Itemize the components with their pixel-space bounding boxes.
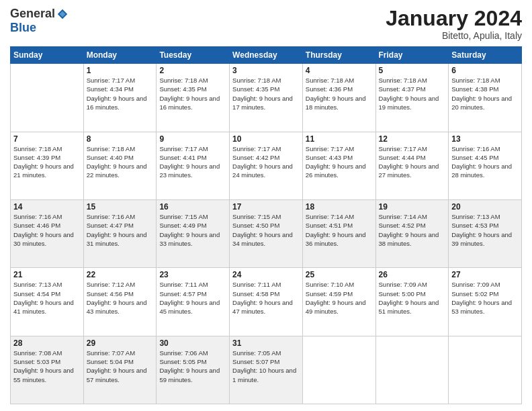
table-row — [449, 336, 522, 404]
table-row: 16Sunrise: 7:15 AMSunset: 4:49 PMDayligh… — [157, 199, 230, 267]
day-info: Sunrise: 7:17 AMSunset: 4:42 PMDaylight:… — [232, 144, 300, 180]
day-number: 22 — [87, 270, 154, 279]
day-info: Sunrise: 7:16 AMSunset: 4:45 PMDaylight:… — [451, 144, 519, 180]
day-number: 29 — [87, 338, 154, 348]
day-number: 20 — [451, 202, 519, 212]
day-number: 26 — [379, 270, 446, 279]
day-info: Sunrise: 7:18 AMSunset: 4:35 PMDaylight:… — [159, 76, 226, 111]
table-row: 8Sunrise: 7:18 AMSunset: 4:40 PMDaylight… — [83, 132, 157, 199]
day-info: Sunrise: 7:17 AMSunset: 4:41 PMDaylight:… — [159, 144, 226, 180]
day-number: 30 — [159, 338, 226, 348]
day-number: 1 — [87, 66, 154, 75]
calendar-week-row: 7Sunrise: 7:18 AMSunset: 4:39 PMDaylight… — [11, 132, 522, 199]
day-number: 10 — [232, 134, 300, 144]
day-info: Sunrise: 7:17 AMSunset: 4:44 PMDaylight:… — [379, 144, 446, 180]
day-info: Sunrise: 7:18 AMSunset: 4:40 PMDaylight:… — [87, 144, 154, 180]
location: Bitetto, Apulia, Italy — [386, 30, 522, 41]
day-info: Sunrise: 7:11 AMSunset: 4:57 PMDaylight:… — [159, 280, 226, 316]
col-monday: Monday — [83, 47, 157, 64]
table-row: 2Sunrise: 7:18 AMSunset: 4:35 PMDaylight… — [157, 64, 230, 132]
day-number: 25 — [306, 270, 373, 279]
table-row: 14Sunrise: 7:16 AMSunset: 4:46 PMDayligh… — [11, 199, 84, 267]
day-info: Sunrise: 7:06 AMSunset: 5:05 PMDaylight:… — [159, 349, 226, 384]
table-row: 7Sunrise: 7:18 AMSunset: 4:39 PMDaylight… — [11, 132, 84, 199]
calendar-header-row: Sunday Monday Tuesday Wednesday Thursday… — [11, 47, 522, 64]
table-row: 1Sunrise: 7:17 AMSunset: 4:34 PMDaylight… — [83, 64, 157, 132]
day-info: Sunrise: 7:18 AMSunset: 4:39 PMDaylight:… — [13, 144, 81, 180]
table-row: 24Sunrise: 7:11 AMSunset: 4:58 PMDayligh… — [230, 268, 303, 336]
table-row — [302, 336, 375, 404]
day-number: 6 — [451, 66, 519, 75]
day-info: Sunrise: 7:18 AMSunset: 4:37 PMDaylight:… — [379, 76, 446, 111]
table-row: 17Sunrise: 7:15 AMSunset: 4:50 PMDayligh… — [230, 199, 303, 267]
day-info: Sunrise: 7:14 AMSunset: 4:52 PMDaylight:… — [379, 212, 446, 248]
logo-blue-text: Blue — [10, 21, 36, 35]
day-number: 27 — [451, 270, 519, 279]
col-tuesday: Tuesday — [157, 47, 230, 64]
calendar-week-row: 1Sunrise: 7:17 AMSunset: 4:34 PMDaylight… — [11, 64, 522, 132]
logo-general-text: General — [10, 7, 55, 21]
col-saturday: Saturday — [449, 47, 522, 64]
table-row: 12Sunrise: 7:17 AMSunset: 4:44 PMDayligh… — [375, 132, 449, 199]
table-row: 6Sunrise: 7:18 AMSunset: 4:38 PMDaylight… — [449, 64, 522, 132]
day-info: Sunrise: 7:07 AMSunset: 5:04 PMDaylight:… — [87, 349, 154, 384]
day-number: 28 — [13, 338, 81, 348]
col-thursday: Thursday — [302, 47, 375, 64]
calendar-week-row: 14Sunrise: 7:16 AMSunset: 4:46 PMDayligh… — [11, 199, 522, 267]
day-info: Sunrise: 7:17 AMSunset: 4:34 PMDaylight:… — [87, 76, 154, 111]
table-row: 13Sunrise: 7:16 AMSunset: 4:45 PMDayligh… — [449, 132, 522, 199]
table-row: 29Sunrise: 7:07 AMSunset: 5:04 PMDayligh… — [83, 336, 157, 404]
day-info: Sunrise: 7:16 AMSunset: 4:47 PMDaylight:… — [87, 212, 154, 248]
day-info: Sunrise: 7:12 AMSunset: 4:56 PMDaylight:… — [87, 280, 154, 316]
table-row: 11Sunrise: 7:17 AMSunset: 4:43 PMDayligh… — [302, 132, 375, 199]
day-number: 31 — [232, 338, 300, 348]
calendar-week-row: 28Sunrise: 7:08 AMSunset: 5:03 PMDayligh… — [11, 336, 522, 404]
day-number: 14 — [13, 202, 81, 212]
day-info: Sunrise: 7:09 AMSunset: 5:00 PMDaylight:… — [379, 280, 446, 316]
day-number: 3 — [232, 66, 300, 75]
day-number: 2 — [159, 66, 226, 75]
day-info: Sunrise: 7:18 AMSunset: 4:35 PMDaylight:… — [232, 76, 300, 111]
table-row: 18Sunrise: 7:14 AMSunset: 4:51 PMDayligh… — [302, 199, 375, 267]
table-row: 21Sunrise: 7:13 AMSunset: 4:54 PMDayligh… — [11, 268, 84, 336]
day-info: Sunrise: 7:18 AMSunset: 4:38 PMDaylight:… — [451, 76, 519, 111]
col-friday: Friday — [375, 47, 449, 64]
col-sunday: Sunday — [11, 47, 84, 64]
day-info: Sunrise: 7:10 AMSunset: 4:59 PMDaylight:… — [306, 280, 373, 316]
day-info: Sunrise: 7:15 AMSunset: 4:50 PMDaylight:… — [232, 212, 300, 248]
day-number: 23 — [159, 270, 226, 279]
day-info: Sunrise: 7:18 AMSunset: 4:36 PMDaylight:… — [306, 76, 373, 111]
table-row: 5Sunrise: 7:18 AMSunset: 4:37 PMDaylight… — [375, 64, 449, 132]
table-row: 20Sunrise: 7:13 AMSunset: 4:53 PMDayligh… — [449, 199, 522, 267]
day-info: Sunrise: 7:13 AMSunset: 4:53 PMDaylight:… — [451, 212, 519, 248]
day-number: 11 — [306, 134, 373, 144]
day-number: 7 — [13, 134, 81, 144]
day-number: 17 — [232, 202, 300, 212]
day-number: 9 — [159, 134, 226, 144]
title-block: January 2024 Bitetto, Apulia, Italy — [386, 7, 522, 41]
table-row: 19Sunrise: 7:14 AMSunset: 4:52 PMDayligh… — [375, 199, 449, 267]
day-info: Sunrise: 7:09 AMSunset: 5:02 PMDaylight:… — [451, 280, 519, 316]
day-number: 15 — [87, 202, 154, 212]
table-row: 10Sunrise: 7:17 AMSunset: 4:42 PMDayligh… — [230, 132, 303, 199]
day-number: 24 — [232, 270, 300, 279]
table-row: 22Sunrise: 7:12 AMSunset: 4:56 PMDayligh… — [83, 268, 157, 336]
logo-icon — [56, 8, 69, 20]
table-row: 9Sunrise: 7:17 AMSunset: 4:41 PMDaylight… — [157, 132, 230, 199]
day-number: 8 — [87, 134, 154, 144]
day-number: 12 — [379, 134, 446, 144]
table-row: 30Sunrise: 7:06 AMSunset: 5:05 PMDayligh… — [157, 336, 230, 404]
table-row: 27Sunrise: 7:09 AMSunset: 5:02 PMDayligh… — [449, 268, 522, 336]
table-row: 4Sunrise: 7:18 AMSunset: 4:36 PMDaylight… — [302, 64, 375, 132]
day-number: 5 — [379, 66, 446, 75]
day-number: 16 — [159, 202, 226, 212]
table-row: 28Sunrise: 7:08 AMSunset: 5:03 PMDayligh… — [11, 336, 84, 404]
day-number: 4 — [306, 66, 373, 75]
table-row — [11, 64, 84, 132]
month-title: January 2024 — [386, 7, 522, 30]
day-number: 19 — [379, 202, 446, 212]
day-info: Sunrise: 7:08 AMSunset: 5:03 PMDaylight:… — [13, 349, 81, 384]
page: General Blue January 2024 Bitetto, Apuli… — [0, 0, 532, 411]
logo: General Blue — [10, 7, 69, 35]
table-row: 15Sunrise: 7:16 AMSunset: 4:47 PMDayligh… — [83, 199, 157, 267]
